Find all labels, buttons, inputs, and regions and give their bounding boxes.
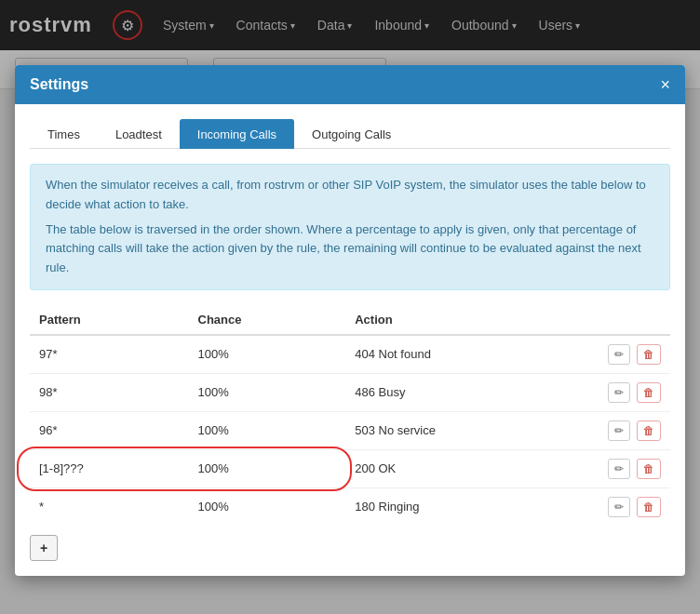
modal-header: Settings × (15, 65, 685, 104)
cell-action: 404 Not found (345, 335, 596, 374)
tab-outgoing-calls[interactable]: Outgoing Calls (294, 119, 409, 149)
cell-buttons: ✏ 🗑 (596, 411, 670, 449)
delete-button[interactable]: 🗑 (637, 420, 661, 441)
modal-close-button[interactable]: × (660, 76, 670, 93)
cell-pattern: [1-8]??? (30, 449, 189, 487)
table-row: 98* 100% 486 Busy ✏ 🗑 (30, 373, 670, 411)
edit-button[interactable]: ✏ (608, 382, 630, 403)
cell-pattern: 96* (30, 411, 189, 449)
cell-action: 503 No service (345, 411, 596, 449)
modal-overlay: Settings × Times Loadtest Incoming Calls… (0, 0, 700, 614)
modal-body: Times Loadtest Incoming Calls Outgoing C… (15, 104, 685, 576)
cell-chance: 100% (189, 411, 346, 449)
info-line-2: The table below is traversed in the orde… (46, 220, 654, 278)
cell-pattern: * (30, 487, 189, 526)
col-header-actions (596, 305, 670, 335)
modal-title: Settings (30, 76, 88, 93)
table-row: * 100% 180 Ringing ✏ 🗑 (30, 487, 670, 526)
cell-action: 180 Ringing (345, 487, 596, 526)
tab-loadtest[interactable]: Loadtest (98, 119, 180, 149)
cell-pattern: 97* (30, 335, 189, 374)
add-rule-button[interactable]: + (30, 535, 58, 561)
delete-button[interactable]: 🗑 (637, 459, 661, 479)
delete-button[interactable]: 🗑 (637, 497, 661, 517)
edit-button[interactable]: ✏ (608, 420, 630, 441)
cell-buttons: ✏ 🗑 (596, 335, 670, 374)
info-line-1: When the simulator receives a call, from… (46, 176, 654, 215)
edit-button[interactable]: ✏ (608, 344, 630, 365)
settings-modal: Settings × Times Loadtest Incoming Calls… (15, 65, 685, 576)
edit-button[interactable]: ✏ (608, 497, 630, 517)
cell-action: 486 Busy (345, 373, 596, 411)
cell-chance: 100% (189, 487, 346, 526)
table-header-row: Pattern Chance Action (30, 305, 670, 335)
rules-table: Pattern Chance Action 97* 100% 404 Not f… (30, 305, 670, 526)
cell-pattern: 98* (30, 373, 189, 411)
cell-buttons: ✏ 🗑 (596, 449, 670, 487)
edit-button[interactable]: ✏ (608, 459, 630, 479)
table-row: 97* 100% 404 Not found ✏ 🗑 (30, 335, 670, 374)
cell-buttons: ✏ 🗑 (596, 487, 670, 526)
col-header-chance: Chance (189, 305, 346, 335)
info-box: When the simulator receives a call, from… (30, 164, 670, 290)
cell-chance: 100% (189, 373, 346, 411)
delete-button[interactable]: 🗑 (637, 382, 661, 403)
cell-action: 200 OK (345, 449, 596, 487)
cell-chance: 100% (189, 449, 346, 487)
delete-button[interactable]: 🗑 (637, 344, 661, 365)
cell-buttons: ✏ 🗑 (596, 373, 670, 411)
col-header-action: Action (345, 305, 596, 335)
table-row: 96* 100% 503 No service ✏ 🗑 (30, 411, 670, 449)
tab-bar: Times Loadtest Incoming Calls Outgoing C… (30, 119, 670, 149)
cell-chance: 100% (189, 335, 346, 374)
tab-incoming-calls[interactable]: Incoming Calls (180, 119, 294, 149)
table-row-highlighted: [1-8]??? 100% 200 OK ✏ 🗑 (30, 449, 670, 487)
tab-times[interactable]: Times (30, 119, 98, 149)
col-header-pattern: Pattern (30, 305, 189, 335)
